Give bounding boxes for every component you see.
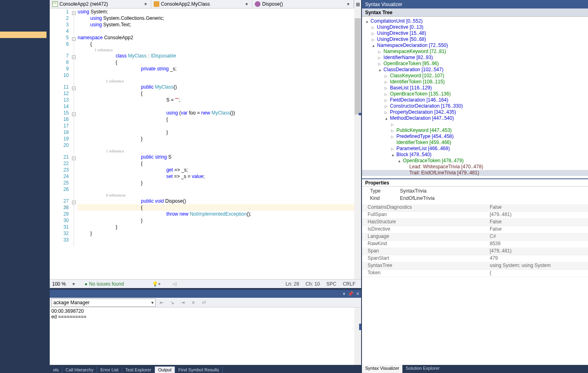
code-line[interactable]: using System; — [78, 8, 361, 15]
tree-node[interactable]: ▷ ClassKeyword [102..107) — [362, 73, 588, 79]
code-line[interactable]: public string S — [78, 154, 361, 160]
syntax-tree[interactable]: ▲ CompilationUnit [0..552)▷ UsingDirecti… — [362, 17, 588, 178]
line-indicator[interactable]: Ln: 28 — [286, 281, 299, 287]
right-panel-tab[interactable]: Syntax Visualizer — [362, 365, 402, 373]
nav-project-dropdown[interactable]: ConsoleApp2 (net472) ▾ — [50, 0, 151, 8]
fold-column[interactable]: −−−−−−− — [72, 8, 78, 279]
code-line[interactable]: S = ""; — [78, 97, 361, 103]
tree-node[interactable]: Lead: WhitespaceTrivia [470..478) — [362, 164, 588, 170]
tree-node[interactable]: ▲ MethodDeclaration [447..540) — [362, 115, 588, 121]
issues-status[interactable]: No issues found — [85, 281, 124, 287]
codelens-reference[interactable]: 1 reference — [78, 148, 361, 154]
lightbulb-icon[interactable]: 💡▾ — [152, 281, 161, 287]
vertical-scrollbar[interactable] — [354, 8, 361, 279]
tree-node[interactable]: ▲ NamespaceDeclaration [72..550) — [362, 42, 588, 49]
code-line[interactable]: class MyClass : IDisposable — [78, 53, 361, 59]
expand-icon[interactable]: ▲ — [385, 116, 389, 122]
expand-icon[interactable]: ▲ — [378, 67, 382, 73]
code-line[interactable]: get => _s; — [78, 167, 361, 173]
code-editor[interactable]: 1234567891011121314151617181920212223242… — [50, 8, 361, 279]
code-line[interactable]: using System.Text; — [78, 21, 361, 28]
expand-icon[interactable]: ▷ — [385, 79, 389, 85]
spaces-indicator[interactable]: SPC — [326, 281, 336, 287]
expand-icon[interactable]: ▷ — [372, 31, 376, 37]
expand-icon[interactable]: ▷ — [391, 128, 395, 134]
tree-node[interactable]: ▲ Block [478..540) — [362, 152, 588, 158]
code-line[interactable]: using System.Collections.Generic; — [78, 15, 361, 21]
code-line[interactable]: } — [78, 224, 361, 230]
code-line[interactable]: { — [78, 90, 361, 97]
code-line[interactable]: using (var foo = new MyClass()) — [78, 110, 361, 116]
code-line[interactable]: } — [78, 217, 361, 224]
code-line[interactable] — [78, 142, 361, 148]
code-line[interactable]: throw new NotImplementedException(); — [78, 211, 361, 217]
right-panel-tab[interactable]: Solution Explorer — [402, 365, 443, 373]
property-row[interactable]: FullSpan[479..481) — [362, 212, 588, 219]
code-line[interactable]: public void Dispose() — [78, 198, 361, 204]
wrap-button[interactable]: ⏎ — [199, 299, 208, 307]
tree-node[interactable]: ▲ OpenBraceToken [478..479) — [362, 158, 588, 164]
tree-node[interactable]: ▷ PropertyDeclaration [342..435) — [362, 109, 588, 115]
code-line[interactable] — [78, 103, 361, 110]
expand-icon[interactable]: ▲ — [391, 152, 395, 158]
tree-node[interactable]: ▷ NamespaceKeyword [72..81) — [362, 49, 588, 55]
bottom-tab[interactable]: Error List — [97, 367, 122, 373]
bottom-tab[interactable]: ols — [50, 367, 62, 373]
expand-icon[interactable]: ▷ — [385, 110, 389, 116]
tree-node[interactable]: ▷ UsingDirective [0..13) — [362, 24, 588, 30]
tree-node[interactable]: ▲ CompilationUnit [0..552) — [362, 18, 588, 24]
tree-node[interactable]: Trail: EndOfLineTrivia [479..481) — [362, 170, 588, 176]
expand-icon[interactable]: ▷ — [391, 122, 395, 128]
tree-node[interactable]: ▷ UsingDirective [15..48) — [362, 30, 588, 36]
goto-button[interactable]: ↘ — [168, 299, 177, 307]
tree-node[interactable]: ▷ PublicKeyword [447..453) — [362, 127, 588, 134]
code-line[interactable] — [78, 28, 361, 34]
codelens-reference[interactable]: 1 reference — [78, 78, 361, 84]
code-line[interactable] — [78, 123, 361, 129]
code-line[interactable]: { — [78, 59, 361, 66]
properties-grid[interactable]: ContainsDiagnosticsFalseFullSpan[479..48… — [362, 204, 588, 365]
split-view-button[interactable]: ⊞ — [354, 0, 361, 8]
code-line[interactable]: { — [78, 160, 361, 167]
property-row[interactable]: Token{ — [362, 270, 588, 277]
property-row[interactable]: SpanStart479 — [362, 255, 588, 263]
code-content[interactable]: using System; using System.Collections.G… — [78, 8, 361, 279]
code-line[interactable]: namespace ConsoleApp2 — [78, 34, 361, 41]
code-line[interactable] — [78, 186, 361, 193]
tree-node[interactable]: ▷ BaseList [116..129) — [362, 85, 588, 91]
expand-icon[interactable]: ▷ — [378, 55, 382, 61]
code-line[interactable]: { — [78, 116, 361, 123]
code-line[interactable] — [78, 72, 361, 78]
expand-icon[interactable]: ▷ — [385, 73, 389, 79]
expand-icon[interactable]: ▲ — [372, 43, 376, 49]
tree-node[interactable]: ▷ OpenBraceToken [95..96) — [362, 61, 588, 67]
code-line[interactable]: } — [78, 230, 361, 237]
property-row[interactable]: SyntaxTreeusing System; using System — [362, 263, 588, 270]
tree-node[interactable]: ▲ ClassDeclaration [102..547) — [362, 67, 588, 73]
expand-icon[interactable]: ▷ — [391, 146, 395, 152]
scrollbar-thumb[interactable] — [355, 18, 361, 114]
tree-node[interactable]: ▷ ParameterList [466..468) — [362, 146, 588, 152]
output-content[interactable]: 00:00.3698720 ed ========== — [50, 307, 361, 365]
next-button[interactable]: ⇥ — [178, 299, 187, 307]
code-line[interactable]: public MyClass() — [78, 84, 361, 90]
prev-button[interactable]: ⇤ — [157, 299, 166, 307]
property-row[interactable]: Span[479..481) — [362, 248, 588, 255]
code-line[interactable]: ✎ { — [78, 204, 361, 211]
expand-icon[interactable]: ▷ — [378, 49, 382, 55]
window-position-icon[interactable]: ▾ — [343, 291, 345, 297]
property-row[interactable]: LanguageC# — [362, 233, 588, 241]
lineending-indicator[interactable]: CRLF — [343, 281, 355, 287]
expand-icon[interactable]: ▲ — [398, 158, 402, 164]
property-row[interactable]: RawKind8539 — [362, 241, 588, 248]
tree-node[interactable]: ▷ ConstructorDeclaration [176..330) — [362, 103, 588, 109]
output-source-combo[interactable]: ackage Manager ▾ — [51, 299, 156, 307]
code-line[interactable]: } — [78, 129, 361, 136]
close-icon[interactable]: ✕ — [356, 291, 360, 297]
pin-icon[interactable]: 📌 — [348, 291, 353, 297]
codelens-reference[interactable]: 0 references — [78, 193, 361, 198]
code-line[interactable]: private string _s; — [78, 66, 361, 72]
code-line[interactable]: { — [78, 41, 361, 47]
tree-node[interactable]: IdentifierToken [459..466) — [362, 140, 588, 146]
bottom-tab[interactable]: Find Symbol Results — [175, 367, 223, 373]
